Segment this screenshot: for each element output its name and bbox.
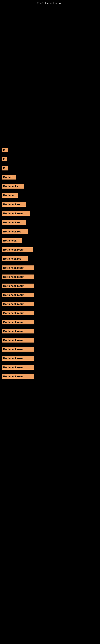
list-item: Bottleneck result [1,273,100,280]
bottleneck-result-label: Bottleneck re [1,202,26,207]
list-item: Bottleneck res [1,255,100,262]
list-item: Bottleneck result [1,282,100,290]
bottleneck-result-label: Bottleneck result [1,338,34,342]
list-item: Bottleneck res [1,228,100,235]
list-item: Bottleneck result [1,264,100,271]
bottleneck-result-label: B [1,166,8,170]
list-item: Bottleneck result [1,300,100,308]
site-header: TheBottlenecker.com [0,0,100,6]
bottleneck-result-label: Bottleneck resu [1,211,30,216]
bottleneck-result-label: Bottleneck result [1,356,34,361]
list-item: Bottlen [1,174,100,181]
list-item: Bottleneck result [1,337,100,344]
list-item: Bottleneck re [1,201,100,208]
bottleneck-result-label: Bottleneck result [1,302,34,306]
site-title: TheBottlenecker.com [0,0,100,6]
list-item: Bottleneck r [1,183,100,190]
bottleneck-result-label: Bottleneck res [1,229,28,234]
bottleneck-result-label: Bottleneck result [1,365,34,370]
list-item: Bottleneck result [1,355,100,362]
bottleneck-result-label: Bottleneck result [1,266,34,270]
top-black-area [0,6,100,146]
list-item: Bottleneck result [1,310,100,316]
list-item: B [1,164,100,172]
bottleneck-result-label: Bottleneck re [1,220,26,225]
bottleneck-result-label: Bottleneck result [1,274,34,279]
list-item: Bottleneck result [1,346,100,353]
bottleneck-result-label: Bottlene [1,193,18,198]
list-item: Bottlene [1,192,100,199]
bottleneck-result-label: Bottleneck result [1,247,33,252]
bottleneck-result-label: Bottleneck result [1,320,34,324]
bottleneck-result-label: Bottleneck [1,238,22,243]
bottleneck-result-label: Bottleneck res [1,256,28,261]
bottleneck-result-label: Bottleneck result [1,374,34,379]
bottleneck-result-label: Bottleneck result [1,347,34,352]
bottleneck-result-label: Bottleneck result [1,284,34,288]
list-item: Bottleneck result [1,292,100,298]
bottleneck-result-label: B [1,148,8,152]
bottleneck-result-label: Bottleneck result [1,329,34,334]
bottleneck-items-container: BEBBottlenBottleneck rBottleneBottleneck… [0,146,100,380]
list-item: Bottleneck result [1,373,100,380]
bottleneck-result-label: E [1,157,7,162]
list-item: Bottleneck [1,237,100,244]
list-item: Bottleneck result [1,328,100,335]
list-item: Bottleneck result [1,246,100,253]
bottleneck-result-label: Bottlen [1,175,16,180]
list-item: Bottleneck result [1,318,100,326]
bottleneck-result-label: Bottleneck result [1,311,34,315]
bottleneck-result-label: Bottleneck result [1,292,34,297]
list-item: B [1,146,100,154]
list-item: Bottleneck resu [1,210,100,217]
bottleneck-result-label: Bottleneck r [1,184,24,188]
list-item: Bottleneck result [1,364,100,371]
list-item: Bottleneck re [1,219,100,226]
list-item: E [1,156,100,162]
